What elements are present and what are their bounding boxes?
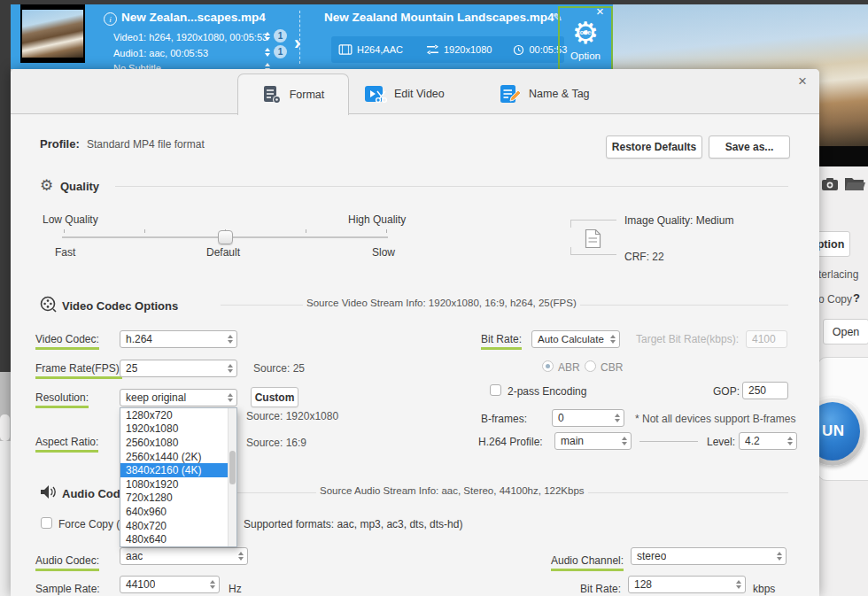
open-button[interactable]: Open <box>823 319 868 344</box>
gop-value: 250 <box>748 384 766 397</box>
info-glyph: i <box>109 15 112 24</box>
audio-codec-value: aac <box>126 550 143 562</box>
slider-tick <box>306 229 306 233</box>
target-bitrate-label: Target Bit Rate(kbps): <box>636 333 739 345</box>
audio-codec-select[interactable]: aac <box>120 547 248 565</box>
quality-divider <box>115 186 788 187</box>
dialog-close-icon[interactable]: × <box>798 74 807 89</box>
audio-track-info: Audio1: aac, 00:05:53 <box>113 48 208 58</box>
audio-channel-select[interactable]: stereo <box>631 547 787 565</box>
cbr-radio[interactable] <box>585 360 596 372</box>
quality-bracket-bottom-line <box>581 254 616 255</box>
quality-bracket-top-line <box>581 220 616 221</box>
bframes-select[interactable]: 0 <box>552 409 624 427</box>
video-section-title: Video Codec Options <box>62 299 178 313</box>
tab-name-tag[interactable]: Name & Tag <box>499 82 590 105</box>
save-as-button[interactable]: Save as... <box>709 135 790 159</box>
resolution-option[interactable]: 3840x2160 (4K) <box>120 463 236 477</box>
audio-channel-value: stereo <box>637 550 666 562</box>
resolution-option[interactable]: 720x1280 <box>120 492 236 506</box>
sample-rate-select[interactable]: 44100 <box>120 576 220 593</box>
h264-profile-label: H.264 Profile: <box>478 436 543 448</box>
codec-option-button[interactable]: ⚙ codec Option <box>558 6 613 71</box>
bitrate-select[interactable]: Auto Calculate <box>531 330 620 348</box>
spinner-icon <box>210 580 215 589</box>
slider-tick <box>386 229 387 233</box>
quality-slow-label: Slow <box>372 246 395 259</box>
audio-bitrate-unit: kbps <box>753 583 775 595</box>
resolution-label: Resolution: <box>35 391 89 408</box>
h264-profile-select[interactable]: main <box>554 432 632 450</box>
audio-bitrate-label: Bit Rate: <box>580 583 621 596</box>
resolution-icon <box>426 44 439 55</box>
codec-text: H264,AAC <box>357 44 403 55</box>
quality-default-label: Default <box>206 246 240 259</box>
audio-track-spinner-icon[interactable] <box>265 48 270 57</box>
force-copy-label-left: Force Copy (P <box>58 518 127 530</box>
video-source-info: Source Video Stream Info: 1920x1080, 16:… <box>303 298 580 308</box>
format-tab-icon <box>262 85 282 104</box>
video-codec-value: h.264 <box>126 333 152 345</box>
scrollbar-thumb[interactable] <box>0 414 10 441</box>
resolution-select[interactable]: keep original <box>120 389 237 406</box>
resolution-option[interactable]: 1920x1080 <box>120 422 236 437</box>
run-button-label: UN <box>822 422 845 440</box>
video-codec-label-text: Video Codec: <box>35 333 99 350</box>
slider-tick <box>64 229 65 233</box>
video-codec-select[interactable]: h.264 <box>120 330 237 348</box>
resolution-option[interactable]: 640x960 <box>120 505 236 519</box>
custom-resolution-button[interactable]: Custom <box>251 387 298 407</box>
twopass-checkbox[interactable] <box>490 384 501 396</box>
spinner-icon <box>610 335 616 344</box>
resolution-dropdown-list[interactable]: 1280x7201920x10802560x10802560x1440 (2K)… <box>120 407 237 547</box>
format-settings-dialog: × Format <box>11 69 819 596</box>
level-value: 4.2 <box>745 435 760 447</box>
gop-input[interactable]: 250 <box>742 382 788 399</box>
open-folder-icon[interactable] <box>844 175 865 192</box>
spinner-icon <box>777 552 782 561</box>
abr-radio[interactable] <box>542 360 554 372</box>
snapshot-camera-icon[interactable] <box>821 177 839 191</box>
level-select[interactable]: 4.2 <box>739 432 797 450</box>
video-track-count-badge[interactable]: 1 <box>274 29 287 43</box>
dropdown-scrollbar-thumb[interactable] <box>229 451 236 484</box>
gop-label: GOP: <box>713 385 740 398</box>
video-thumbnail[interactable] <box>20 4 85 63</box>
resolution-option[interactable]: 2560x1440 (2K) <box>120 450 236 464</box>
name-tag-tab-icon <box>499 82 522 105</box>
spinner-icon <box>238 552 244 561</box>
resolution-option[interactable]: 1280x720 <box>120 408 236 422</box>
spinner-icon <box>228 364 233 373</box>
sample-rate-label-text: Sample Rate: <box>35 583 100 596</box>
resolution-text: 1920x1080 <box>444 44 492 55</box>
clock-icon <box>513 44 524 56</box>
sample-rate-label: Sample Rate: <box>35 583 100 596</box>
sample-rate-unit: Hz <box>229 583 242 595</box>
abr-label: ABR <box>558 361 580 374</box>
framerate-select[interactable]: 25 <box>120 360 237 377</box>
resolution-option[interactable]: 480x640 <box>120 532 236 546</box>
audio-bitrate-select[interactable]: 128 <box>628 576 746 593</box>
tab-edit-video-label: Edit Video <box>394 88 445 100</box>
quality-slider-handle[interactable] <box>218 230 233 244</box>
source-file-title: New Zealan...scapes.mp4 <box>121 11 266 24</box>
audio-track-count-badge[interactable]: 1 <box>274 45 287 58</box>
quality-high-label: High Quality <box>348 213 406 226</box>
target-bitrate-input[interactable]: 4100 <box>746 330 787 348</box>
tab-format[interactable]: Format <box>237 74 349 115</box>
dropdown-scrollbar[interactable] <box>228 408 236 546</box>
resolution-option[interactable]: 1080x1920 <box>120 477 236 492</box>
resolution-option[interactable]: 480x720 <box>120 519 236 533</box>
video-track-spinner-icon[interactable] <box>265 32 270 41</box>
spinner-icon <box>615 414 620 422</box>
bitrate-value: Auto Calculate <box>538 334 604 344</box>
tab-edit-video[interactable]: Edit Video <box>364 82 445 105</box>
tab-name-tag-label: Name & Tag <box>529 88 590 100</box>
resolution-option[interactable]: 2560x1080 <box>120 436 236 450</box>
force-copy-checkbox[interactable] <box>41 517 52 529</box>
restore-defaults-button[interactable]: Restore Defaults <box>606 135 702 159</box>
help-question-icon[interactable]: ? <box>853 291 860 305</box>
info-icon[interactable]: i <box>104 12 117 26</box>
option-button-label: Option <box>570 50 601 61</box>
custom-button-label: Custom <box>255 391 295 404</box>
